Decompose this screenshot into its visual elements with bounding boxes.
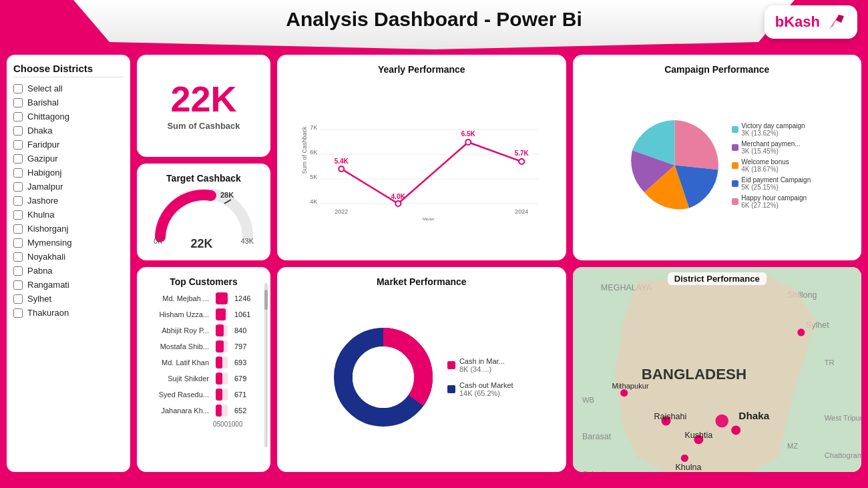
bkash-logo: bKash — [765, 5, 857, 39]
svg-text:Barasat: Barasat — [582, 432, 611, 441]
svg-text:4K: 4K — [310, 198, 317, 205]
svg-text:Dhaka: Dhaka — [738, 409, 769, 421]
svg-point-16 — [465, 140, 471, 145]
district-item-jamalpur[interactable]: Jamalpur — [13, 180, 124, 194]
district-item-chittagong[interactable]: Chittagong — [13, 109, 124, 124]
district-item-kishorganj[interactable]: Kishorganj — [13, 222, 124, 236]
campaign-legend-happy: Happy hour campaign6K (27.12%) — [741, 194, 807, 209]
x-tick-500: 500 — [217, 421, 228, 428]
kpi-card: 22K Sum of Cashback — [137, 55, 270, 157]
bar-fill — [216, 308, 226, 320]
bar-value: 652 — [234, 407, 258, 415]
page-title: Analysis Dashboard - Power Bi — [87, 8, 781, 31]
bar-fill — [216, 405, 222, 417]
bar-label: Syed Rasedu... — [149, 391, 209, 399]
svg-point-27 — [353, 346, 414, 408]
gauge-min: 0K — [154, 237, 162, 251]
svg-text:6.5K: 6.5K — [461, 130, 476, 138]
bar-track — [216, 356, 228, 369]
svg-text:TR: TR — [824, 358, 834, 366]
bar-fill — [216, 340, 224, 352]
district-item-dhaka[interactable]: Dhaka — [13, 124, 124, 138]
bangladesh-map: MEGHALAYA Shillong Sylhet WB TR West Tri… — [573, 267, 862, 473]
svg-text:BANGLADESH: BANGLADESH — [641, 365, 746, 382]
customers-card: Top Customers Md. Mejbah ... 1246 Hisham… — [137, 267, 270, 473]
bar-row: Hisham Uzza... 1061 — [149, 308, 258, 320]
campaign-card: Campaign Performance — [573, 55, 862, 260]
bar-track — [216, 340, 228, 352]
district-item-jashore[interactable]: Jashore — [13, 194, 124, 208]
bar-value: 671 — [234, 391, 258, 399]
bar-track — [216, 292, 228, 304]
district-item-noyakhali[interactable]: Noyakhali — [13, 250, 124, 264]
svg-text:WB: WB — [582, 395, 594, 403]
district-item-rangamati[interactable]: Rangamati — [13, 278, 124, 292]
district-item-pabna[interactable]: Pabna — [13, 264, 124, 278]
kpi-label: Sum of Cashback — [167, 121, 240, 131]
yearly-chart: Sum of Cashback 4K 5K 6K 7K — [286, 80, 557, 220]
svg-marker-2 — [829, 17, 837, 29]
customers-title: Top Customers — [146, 276, 261, 287]
svg-point-51 — [797, 328, 805, 336]
svg-text:2022: 2022 — [335, 208, 348, 215]
district-item-gazipur[interactable]: Gazipur — [13, 152, 124, 166]
bar-track — [216, 405, 228, 417]
market-cashin-label: Cash in Mar...8K (34....) — [459, 357, 505, 373]
svg-text:Rajshahi: Rajshahi — [654, 411, 686, 421]
district-item-khulna[interactable]: Khulna — [13, 208, 124, 222]
bar-value: 679 — [234, 375, 258, 383]
svg-point-49 — [620, 389, 628, 397]
sidebar-title: Choose Districts — [13, 63, 124, 77]
bar-fill — [216, 356, 222, 369]
svg-text:5.4K: 5.4K — [335, 158, 349, 165]
bar-fill — [216, 292, 228, 304]
bar-row: Jahanara Kh... 652 — [149, 405, 258, 417]
bar-track — [216, 389, 228, 401]
gauge-title: Target Cashback — [166, 173, 241, 184]
gauge-card: Target Cashback 28K 0K 22K 43K — [137, 164, 270, 260]
campaign-title: Campaign Performance — [582, 64, 853, 75]
bar-label: Mostafa Shib... — [149, 342, 209, 350]
svg-point-45 — [731, 425, 740, 435]
district-item-habigonj[interactable]: Habigonj — [13, 166, 124, 180]
bar-fill — [216, 373, 222, 385]
svg-point-17 — [519, 159, 524, 164]
bar-value: 1061 — [234, 310, 258, 318]
market-cashout-label: Cash out Market14K (65.2%) — [459, 381, 513, 397]
bar-label: Md. Latif Khan — [149, 358, 209, 367]
svg-point-44 — [715, 414, 728, 427]
select-all-item[interactable]: Select all — [13, 81, 124, 95]
svg-text:Chattogram...: Chattogram... — [824, 451, 861, 459]
gauge-svg: 28K — [152, 189, 256, 242]
bar-label: Jahanara Kh... — [149, 407, 209, 415]
select-all-checkbox[interactable] — [13, 84, 23, 93]
svg-text:MZ: MZ — [787, 442, 797, 450]
district-item-sylhet[interactable]: Sylhet — [13, 292, 124, 306]
yearly-title: Yearly Performance — [286, 64, 557, 75]
svg-text:Kushtia: Kushtia — [684, 430, 712, 439]
bar-value: 840 — [234, 326, 258, 334]
bar-track — [216, 373, 228, 385]
bar-value: 693 — [234, 358, 258, 367]
bar-row: Md. Mejbah ... 1246 — [149, 292, 258, 304]
bar-track — [216, 324, 228, 336]
campaign-legend-eid: Eid payment Campaign5K (25.15%) — [741, 176, 811, 191]
logo-text: bKash — [775, 13, 820, 31]
svg-text:28K: 28K — [220, 191, 233, 199]
svg-text:West Tripura: West Tripura — [824, 414, 861, 422]
bar-value: 797 — [234, 342, 258, 350]
svg-point-14 — [339, 166, 344, 172]
district-item-barishal[interactable]: Barishal — [13, 95, 124, 109]
gauge-max: 43K — [240, 237, 254, 251]
svg-text:5K: 5K — [310, 174, 317, 180]
svg-text:7K: 7K — [310, 124, 317, 131]
bar-row: Mostafa Shib... 797 — [149, 340, 258, 352]
district-item-thakuraon[interactable]: Thakuraon — [13, 306, 124, 320]
bar-label: Sujit Shikder — [149, 375, 209, 383]
svg-text:Sum of Cashback: Sum of Cashback — [301, 126, 308, 174]
svg-text:5.7K: 5.7K — [515, 150, 529, 157]
district-item-mymensing[interactable]: Mymensing — [13, 236, 124, 250]
bar-label: Hisham Uzza... — [149, 310, 209, 318]
district-item-faridpur[interactable]: Faridpur — [13, 138, 124, 152]
bar-label: Md. Mejbah ... — [149, 294, 209, 302]
